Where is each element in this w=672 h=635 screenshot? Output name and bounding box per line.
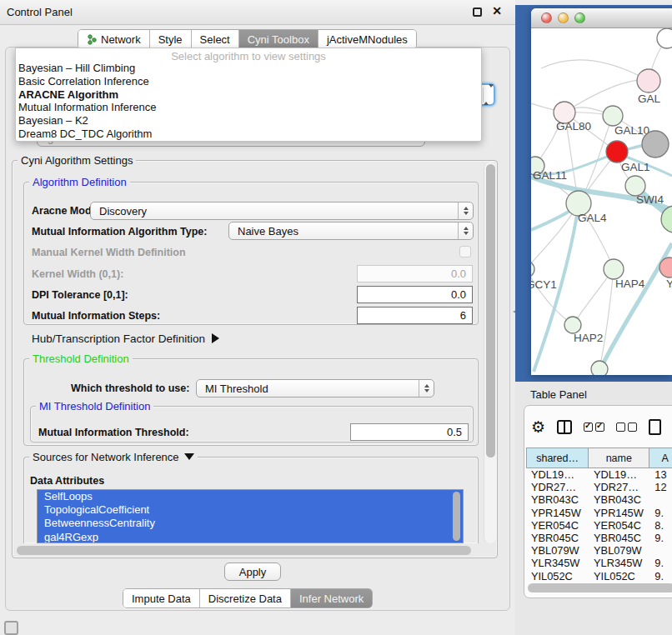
triangle-down-icon (184, 453, 194, 460)
network-node[interactable] (642, 131, 669, 158)
table-column-header[interactable]: shared… (526, 448, 589, 468)
table-horizontal-scrollbar-thumb[interactable] (528, 583, 672, 592)
algorithm-option[interactable]: Mutual Information Inference (16, 101, 481, 114)
data-attributes-list[interactable]: SelfLoopsTopologicalCoefficientBetweenne… (37, 489, 464, 543)
minimized-panel-icon[interactable] (4, 621, 18, 635)
network-node-hap2[interactable] (564, 317, 581, 333)
tab-style[interactable]: Style (150, 30, 192, 48)
table-column-header[interactable]: A (649, 448, 672, 468)
algorithm-option[interactable]: Bayesian – K2 (16, 114, 481, 128)
table-row[interactable]: YLR345WYLR345W9. (526, 557, 672, 569)
mi-steps-field[interactable]: 6 (357, 307, 473, 324)
tab-cyni-toolbox[interactable]: Cyni Toolbox (239, 30, 318, 48)
control-panel-tabbar: NetworkStyleSelectCyni ToolboxjActiveMNo… (78, 29, 417, 49)
sources-title: Sources for Network Inference (29, 451, 198, 463)
close-traffic-light-icon[interactable] (541, 12, 552, 23)
threshold-definition-title: Threshold Definition (29, 352, 133, 365)
apply-button[interactable]: Apply (224, 562, 281, 581)
table-cell: YIL052C (589, 570, 649, 582)
algorithm-option[interactable]: Bayesian – Hill Climbing (16, 62, 481, 75)
table-row[interactable]: YIL052CYIL052C9. (526, 570, 672, 582)
table-row[interactable]: YBR045CYBR045C9. (526, 532, 672, 544)
network-node-label: GAL4 (578, 212, 607, 224)
network-node-gal10[interactable] (603, 106, 623, 126)
split-columns-icon[interactable] (557, 420, 572, 434)
tab-network[interactable]: Network (78, 30, 150, 48)
tab-discretize-data[interactable]: Discretize Data (200, 589, 291, 608)
kernel-width-field[interactable]: 0.0 (357, 265, 473, 282)
mi-steps-label: Mutual Information Steps: (32, 310, 160, 322)
algorithm-option[interactable]: Dream8 DC_TDC Algorithm (16, 128, 481, 141)
network-node-gcy1[interactable] (531, 261, 534, 278)
network-node-label: GAL10 (614, 124, 649, 137)
table-row[interactable]: YBL079WYBL079W (526, 544, 672, 557)
dpi-tolerance-label: DPI Tolerance [0,1]: (32, 289, 128, 301)
tab-label: Network (101, 33, 141, 46)
network-node[interactable] (657, 28, 672, 48)
table-row[interactable]: YDR27…YDR27…12 (526, 481, 672, 493)
table-cell (649, 544, 672, 557)
combo-stepper-icon (483, 88, 494, 102)
close-icon[interactable]: ✕ (492, 4, 502, 18)
table-row[interactable]: YER054CYER054C8. (526, 519, 672, 532)
zoom-traffic-light-icon[interactable] (574, 12, 585, 23)
algorithm-definition-title: Algorithm Definition (29, 176, 130, 188)
table-cell: YBR045C (526, 532, 589, 544)
network-node-gal[interactable] (637, 69, 660, 92)
manual-kernel-checkbox[interactable] (459, 246, 471, 258)
table-cell: YPR145W (589, 507, 649, 519)
algorithm-option[interactable]: Basic Correlation Inference (16, 75, 481, 88)
table-cell: 9. (649, 570, 672, 582)
table-cell: 8. (649, 519, 672, 532)
attributes-list-scrollbar-thumb[interactable] (453, 492, 460, 541)
kernel-width-label: Kernel Width (0,1): (32, 268, 123, 280)
mi-threshold-field[interactable]: 0.5 (350, 423, 469, 441)
network-node-label: HAP2 (574, 332, 603, 344)
hub-definition-toggle[interactable]: Hub/Transcription Factor Definition (32, 332, 219, 345)
data-attributes-label: Data Attributes (30, 475, 104, 487)
data-attribute-item[interactable]: TopologicalCoefficient (38, 503, 463, 517)
data-attribute-item[interactable]: BetweennessCentrality (38, 517, 463, 530)
tab-label: Cyni Toolbox (248, 33, 309, 46)
hub-definition-label: Hub/Transcription Factor Definition (32, 332, 205, 345)
network-window-titlebar[interactable] (531, 8, 672, 28)
unchecked-boxes-icon[interactable] (616, 422, 637, 432)
table-row[interactable]: YPR145WYPR145W9. (526, 507, 672, 519)
float-window-icon[interactable] (473, 8, 482, 17)
settings-horizontal-scrollbar-thumb[interactable] (17, 546, 471, 555)
table-cell: 13 (649, 468, 672, 481)
table-cell: YLR345W (526, 557, 589, 569)
mi-type-combo[interactable]: Naive Bayes (228, 222, 474, 240)
network-node[interactable] (591, 361, 608, 375)
which-threshold-combo[interactable]: MI Threshold (196, 379, 434, 398)
settings-vertical-scrollbar[interactable] (484, 162, 496, 543)
table-cell: YDL19… (589, 468, 649, 481)
network-node-label: SWI4 (636, 193, 664, 206)
tab-impute-data[interactable]: Impute Data (123, 589, 200, 608)
page-icon[interactable] (649, 419, 661, 435)
dpi-tolerance-field[interactable]: 0.0 (357, 286, 473, 303)
gear-icon[interactable]: ⚙ (531, 419, 545, 435)
aracne-mode-value: Discovery (91, 205, 458, 218)
network-node-gal1[interactable] (606, 141, 628, 162)
table-row[interactable]: YBR043CYBR043C (526, 493, 672, 506)
table-cell: 9. (649, 557, 672, 569)
tab-jactivemnodules[interactable]: jActiveMNodules (318, 30, 416, 48)
algorithm-option[interactable]: ARACNE Algorithm (16, 88, 481, 102)
data-attribute-item[interactable]: SelfLoops (38, 490, 463, 503)
algorithm-dropdown-list: Select algorithm to view settings Bayesi… (15, 48, 482, 142)
aracne-mode-combo[interactable]: Discovery (90, 202, 474, 220)
table-row[interactable]: YDL19…YDL19…13 (526, 468, 672, 481)
table-column-header[interactable]: name (589, 448, 649, 468)
minimize-traffic-light-icon[interactable] (558, 12, 569, 23)
checked-boxes-icon[interactable] (584, 422, 604, 432)
network-canvas[interactable]: GALGAL80GAL10GAL1GAL11SWI4GAL4GCY1HAP4YH… (531, 28, 672, 375)
network-node-label: GAL11 (533, 169, 567, 182)
tab-select[interactable]: Select (192, 30, 239, 48)
network-node-hap4[interactable] (604, 259, 624, 279)
tab-infer-network[interactable]: Infer Network (291, 589, 372, 608)
settings-vertical-scrollbar-thumb[interactable] (486, 164, 495, 458)
network-view-window[interactable]: GALGAL80GAL10GAL1GAL11SWI4GAL4GCY1HAP4YH… (531, 8, 672, 375)
network-edge[interactable] (541, 60, 649, 81)
data-attribute-item[interactable]: gal4RGexp (38, 531, 463, 543)
